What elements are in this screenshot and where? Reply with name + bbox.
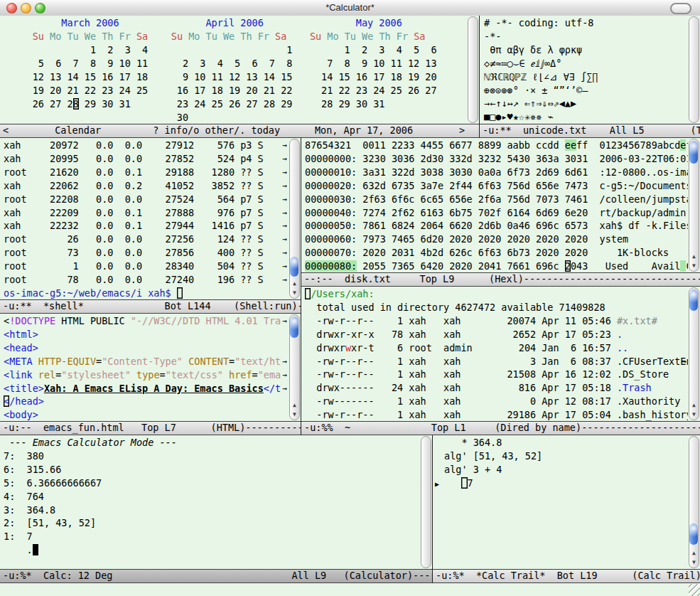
text-run: root 22208 0.0 0.0 27524 564 p7 S	[4, 193, 264, 205]
calculator-mode-line[interactable]: -u:%* Calc: 12 Deg All L9 (Calculator)--…	[0, 569, 432, 583]
calc-trail-buffer[interactable]: * 364.8alg' [51, 43, 52]alg' 3 + 4▶ 7	[433, 435, 688, 569]
calculator-buffer[interactable]: --- Emacs Calculator Mode ---7: 3806: 31…	[0, 435, 420, 569]
text-run: root 26 0.0 0.0 27256 124 ?? S	[4, 233, 264, 245]
html-window: <!DOCTYPE HTML PUBLIC "-//W3C//DTD HTML …	[0, 314, 301, 435]
text-cursor	[33, 544, 38, 555]
text-run: 29 30 31 23 24 25 26 27 28 29 28 29 30 3…	[79, 98, 385, 110]
buffer-line: .	[4, 543, 420, 557]
unicode-scrollbar[interactable]	[689, 16, 699, 123]
echo-area[interactable]	[0, 583, 700, 596]
text-run: #x.txt#	[617, 315, 657, 326]
buffer-line: 5: 6.36666666667	[4, 477, 420, 490]
calendar-scrollbar[interactable]	[468, 16, 478, 123]
truncation-arrow-icon: →	[282, 180, 287, 193]
buffer-line: 1: 7	[4, 530, 420, 543]
scroll-up-arrow-icon[interactable]: ▲	[290, 279, 299, 288]
html-scrollbar[interactable]: ▲ ▼	[289, 314, 300, 420]
text-run: 00000010: 3a31 322d 3038 3030 0a0a 6f73 …	[305, 166, 688, 178]
text-run: 2055 7365 6420 2020 2041 7661 696c	[357, 260, 565, 272]
unicode-buffer[interactable]: # -*- coding: utf-8-*- θπ αβγ δε λ φρκψ◇…	[480, 16, 688, 124]
truncation-arrow-icon: →	[282, 139, 287, 153]
scroll-up-arrow-icon[interactable]: ▲	[689, 252, 699, 261]
text-cursor: 2	[565, 260, 571, 272]
scroll-up-arrow-icon[interactable]: ▲	[689, 548, 699, 558]
scroll-down-arrow-icon[interactable]: ▼	[290, 410, 299, 419]
calculator-scrollbar[interactable]	[421, 436, 431, 568]
buffer-line: <META HTTP-EQUIV="Content-Type" CONTENT=…	[4, 355, 289, 368]
text-run: ℕℜℂℝℚℙℤ ℓ⌊∠⊿ ∀∃ ∫∑∏	[484, 71, 598, 83]
hexl-mode-line[interactable]: --:-- disk.txt Top L9 (Hexl)------------…	[301, 272, 700, 287]
buffer-line: alg' 3 + 4	[444, 463, 688, 477]
calendar-mode-line[interactable]: < Calendar ? info/o other/. today Mon, A…	[0, 124, 479, 138]
hexl-scrollbar-thumb[interactable]	[689, 141, 698, 164]
text-run: 7	[468, 477, 473, 489]
buffer-line: 00000010: 3a31 322d 3038 3030 0a0a 6f73 …	[305, 166, 688, 179]
resize-grip[interactable]	[689, 584, 700, 596]
hexl-window: 87654321 0011 2233 4455 6677 8899 aabb c…	[301, 138, 700, 287]
text-run: -rw-r--r-- 1 xah xah 29186 Apr 17 05:04	[305, 409, 617, 420]
buffer-line: root 78 0.0 0.0 27240 196 ?? S→	[4, 273, 289, 287]
html-scrollbar-thumb[interactable]	[290, 316, 298, 338]
scroll-down-arrow-icon[interactable]: ▼	[689, 558, 699, 567]
calc-trail-scrollbar-thumb[interactable]	[689, 523, 698, 545]
truncation-arrow-icon: →	[282, 356, 287, 369]
text-run	[148, 31, 171, 42]
shell-scrollbar-thumb[interactable]	[290, 257, 298, 277]
dired-scrollbar-arrows[interactable]: ▲ ▼	[689, 400, 699, 420]
buffer-line: root 73 0.0 0.0 27856 400 ?? S→	[4, 246, 289, 260]
text-run: ⊕⊗⊙⊚⊛° ·× ± “”‘’©–	[484, 85, 588, 96]
text-run: !DOCTYPE	[9, 315, 55, 326]
calc-trail-mode-line[interactable]: -u:%* *Calc Trail* Bot L19 (Calc Trail)-…	[433, 569, 700, 583]
calc-trail-scrollbar-arrows[interactable]: ▲ ▼	[689, 548, 699, 568]
text-run: root 1 0.0 0.0 28340 504 ?? S	[4, 260, 264, 272]
text-run: May 2006	[356, 17, 402, 28]
fringe-arrow-icon: ▶	[435, 478, 439, 491]
buffer-line: xah 20995 0.0 0.0 27852 524 p4 S→	[4, 152, 289, 166]
hexl-buffer[interactable]: 87654321 0011 2233 4455 6677 8899 aabb c…	[301, 138, 688, 272]
dired-window: /Users/xah: total used in directory 4627…	[301, 287, 700, 435]
text-run: =	[229, 356, 235, 367]
unicode-mode-line[interactable]: -u:** unicode.txt All L5 (T	[480, 124, 700, 138]
text-run: .DS_Store	[617, 368, 669, 380]
dired-buffer[interactable]: /Users/xah: total used in directory 4627…	[301, 287, 688, 421]
scroll-down-arrow-icon[interactable]: ▼	[290, 288, 299, 297]
hexl-scrollbar[interactable]: ▲ ▼	[689, 139, 699, 272]
scroll-up-arrow-icon[interactable]: ▲	[290, 400, 299, 410]
text-run: 2: [51, 43, 52]	[4, 517, 96, 528]
scroll-up-arrow-icon[interactable]: ▲	[689, 400, 699, 410]
text-run: xah 22062 0.0 0.2 41052 3852 ?? S	[4, 180, 264, 191]
html-buffer[interactable]: <!DOCTYPE HTML PUBLIC "-//W3C//DTD HTML …	[0, 314, 289, 421]
html-scrollbar-arrows[interactable]: ▲ ▼	[290, 400, 299, 420]
text-run: <head>	[4, 342, 38, 353]
text-run: /head>	[9, 395, 44, 407]
buffer-line: </head>	[4, 395, 289, 408]
dired-scrollbar-thumb[interactable]	[689, 289, 698, 311]
text-run: <title>	[4, 383, 44, 394]
text-run: alg' 3 + 4	[444, 464, 502, 475]
text-run: Su	[171, 31, 183, 42]
shell-mode-line[interactable]: -u:** *shell* Bot L144 (Shell:run)------…	[0, 299, 301, 314]
title-bar[interactable]: *Calculator*	[0, 0, 700, 16]
scroll-down-arrow-icon[interactable]: ▼	[689, 410, 699, 419]
scroll-down-arrow-icon[interactable]: ▼	[689, 261, 699, 270]
shell-scrollbar-arrows[interactable]: ▲ ▼	[290, 279, 299, 298]
truncation-arrow-icon: →	[282, 233, 287, 247]
text-run: 00000040: 7274 2f62 6163 6b75 702f 6164 …	[305, 207, 688, 218]
calendar-buffer[interactable]: March 2006 April 2006 May 2006 Su Mo Tu …	[0, 16, 467, 124]
calc-trail-scrollbar[interactable]: ▲ ▼	[689, 436, 699, 568]
window-title: *Calculator*	[0, 2, 700, 13]
hexl-scrollbar-arrows[interactable]: ▲ ▼	[689, 252, 699, 271]
text-run: 19 20 21 22 23 24 25 16 17 18 19 20 21 2…	[4, 85, 437, 96]
shell-buffer[interactable]: xah 20972 0.0 0.0 27912 576 p3 S→xah 209…	[0, 138, 289, 299]
dired-scrollbar[interactable]: ▲ ▼	[689, 287, 699, 420]
truncation-arrow-icon: →	[282, 369, 287, 383]
html-mode-line[interactable]: -u:-- emacs_fun.html Top L7 (HTML)------…	[0, 421, 301, 435]
text-run: =	[96, 356, 102, 367]
dired-mode-line[interactable]: -u:%% ~ Top L1 (Dired by name)----------…	[301, 421, 700, 435]
text-run: -rw-r--r-- 1 xah xah 3 Jan 6 08:37	[305, 356, 617, 367]
shell-scrollbar[interactable]: ▲ ▼	[289, 139, 300, 299]
text-run: CONTENT	[188, 356, 229, 367]
buffer-line: -rw-r--r-- 1 xah xah 29186 Apr 17 05:04 …	[305, 408, 688, 421]
text-run: Mo Tu We Th Fr	[188, 31, 269, 42]
toolbar-toggle-button[interactable]	[670, 3, 691, 14]
